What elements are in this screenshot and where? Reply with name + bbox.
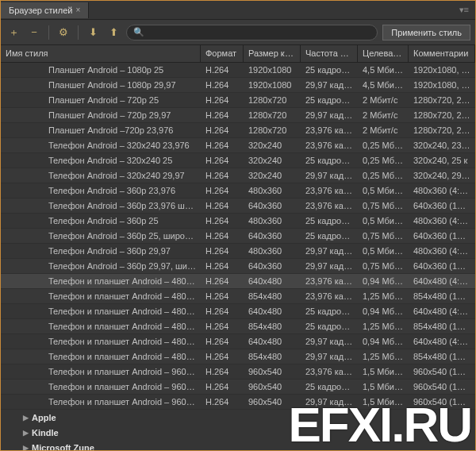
table-row[interactable]: Телефон Android – 320x240 25H.264320x240… bbox=[1, 153, 475, 168]
apply-style-button[interactable]: Применить стиль bbox=[382, 25, 470, 40]
table-row[interactable]: Телефон Android – 360p 23,976H.264480x36… bbox=[1, 183, 475, 199]
cell-rate: 29,97 кадро... bbox=[301, 352, 358, 361]
cell-comm: 480x360 (4:3... bbox=[409, 216, 475, 226]
col-rate[interactable]: Частота кад... bbox=[301, 45, 358, 62]
table-row[interactable]: Телефон и планшет Android – 480p 23,9...… bbox=[1, 289, 475, 304]
table-row[interactable]: Телефон Android – 360p 23,976 широкоэ...… bbox=[1, 199, 475, 214]
cell-name: Планшет Android –720p 23,976 bbox=[1, 125, 201, 135]
category-apple[interactable]: ▶ Apple bbox=[1, 410, 475, 425]
cell-size: 640x360 bbox=[244, 261, 301, 271]
cell-rate: 29,97 кадро... bbox=[301, 397, 358, 407]
add-icon[interactable]: ＋ bbox=[6, 25, 21, 40]
cell-name: Планшет Android – 1080p 25 bbox=[1, 65, 201, 75]
col-size[interactable]: Размер кад... bbox=[244, 45, 301, 62]
cell-size: 640x360 bbox=[244, 201, 301, 210]
table-row[interactable]: Планшет Android –720p 23,976H.2641280x72… bbox=[1, 123, 475, 138]
cell-comm: 320x240, 23,9... bbox=[409, 141, 475, 150]
cell-comm: 640x360 (16:9... bbox=[409, 201, 475, 210]
category-kindle[interactable]: ▶ Kindle bbox=[1, 425, 475, 440]
cell-fmt: H.264 bbox=[201, 141, 244, 150]
table-row[interactable]: Телефон Android – 360p 25, широкоэкр...H… bbox=[1, 229, 475, 244]
table-row[interactable]: Телефон и планшет Android – 960x540 2...… bbox=[1, 364, 475, 380]
cell-bit: 1,25 Мбит/с bbox=[358, 322, 409, 331]
export-icon[interactable]: ⬆ bbox=[106, 25, 121, 40]
cell-comm: 1920x1080, 29... bbox=[409, 80, 475, 90]
cell-size: 320x240 bbox=[244, 171, 301, 180]
cell-bit: 1,25 Мбит/с bbox=[358, 352, 409, 361]
cell-size: 480x360 bbox=[244, 186, 301, 195]
panel-tab[interactable]: Браузер стилей × bbox=[1, 2, 89, 18]
cell-comm: 640x480 (4:3... bbox=[409, 276, 475, 286]
import-icon[interactable]: ⬇ bbox=[85, 25, 101, 40]
category-microsoft-zune[interactable]: ▶ Microsoft Zune bbox=[1, 440, 475, 450]
table-row[interactable]: Телефон Android – 360p 29,97H.264480x360… bbox=[1, 244, 475, 259]
table-row[interactable]: Телефон и планшет Android – 480p 29,9...… bbox=[1, 349, 475, 364]
cell-bit: 1,5 Мбит/с bbox=[358, 397, 409, 407]
cell-fmt: H.264 bbox=[201, 125, 244, 135]
col-comment[interactable]: Комментарии bbox=[409, 45, 475, 62]
cell-fmt: H.264 bbox=[201, 367, 244, 376]
cell-size: 960x540 bbox=[244, 367, 301, 376]
table-row[interactable]: Телефон и планшет Android – 480p 23,976H… bbox=[1, 274, 475, 289]
table-row[interactable]: Телефон и планшет Android – 480p 25,...H… bbox=[1, 319, 475, 334]
table-row[interactable]: Телефон и планшет Android – 480p 25H.264… bbox=[1, 304, 475, 319]
cell-rate: 25 кадров/... bbox=[301, 216, 358, 226]
table-row[interactable]: Планшет Android – 720p 25H.2641280x72025… bbox=[1, 93, 475, 108]
cell-size: 480x360 bbox=[244, 216, 301, 226]
cell-comm: 480x360 (4:3... bbox=[409, 246, 475, 256]
search-input[interactable] bbox=[148, 28, 370, 37]
col-name[interactable]: Имя стиля bbox=[1, 45, 201, 62]
table-row[interactable]: Планшет Android – 1080p 25H.2641920x1080… bbox=[1, 63, 475, 78]
cell-bit: 4,5 Мбит/с bbox=[358, 65, 409, 75]
table-row[interactable]: Телефон Android – 320x240 23,976H.264320… bbox=[1, 138, 475, 153]
expand-icon: ▶ bbox=[23, 414, 29, 422]
delete-icon[interactable]: − bbox=[26, 25, 42, 40]
panel-menu-icon[interactable]: ▾≡ bbox=[453, 5, 475, 15]
settings-icon[interactable]: ⚙ bbox=[56, 25, 71, 40]
cell-size: 640x480 bbox=[244, 306, 301, 316]
cell-rate: 29,97 кадро... bbox=[301, 246, 358, 256]
table-row[interactable]: Планшет Android – 720p 29,97H.2641280x72… bbox=[1, 108, 475, 123]
table-row[interactable]: Телефон и планшет Android – 480p 29,97H.… bbox=[1, 334, 475, 349]
table-row[interactable]: Телефон и планшет Android – 960x540 2...… bbox=[1, 380, 475, 395]
cell-rate: 25 кадров/... bbox=[301, 156, 358, 165]
cell-name: Телефон и планшет Android – 480p 23,9... bbox=[1, 291, 201, 301]
cell-fmt: H.264 bbox=[201, 110, 244, 120]
cell-name: Планшет Android – 1080p 29,97 bbox=[1, 80, 201, 90]
table-row[interactable]: Телефон и планшет Android – 960x540 2...… bbox=[1, 395, 475, 410]
table-row[interactable]: Телефон Android – 360p 25H.264480x36025 … bbox=[1, 214, 475, 229]
table-row[interactable]: Телефон Android – 320x240 29,97H.264320x… bbox=[1, 168, 475, 183]
close-icon[interactable]: × bbox=[75, 6, 80, 14]
cell-rate: 29,97 кадро... bbox=[301, 337, 358, 346]
cell-bit: 0,25 Мбит/с bbox=[358, 156, 409, 165]
cell-fmt: H.264 bbox=[201, 246, 244, 256]
cell-size: 1280x720 bbox=[244, 125, 301, 135]
cell-bit: 0,5 Мбит/с bbox=[358, 186, 409, 195]
cell-bit: 0,25 Мбит/с bbox=[358, 141, 409, 150]
tab-title: Браузер стилей bbox=[9, 6, 72, 15]
cell-rate: 25 кадров/... bbox=[301, 322, 358, 331]
search-box[interactable]: 🔍 bbox=[126, 25, 378, 40]
cell-rate: 23,976 кад... bbox=[301, 367, 358, 376]
cell-fmt: H.264 bbox=[201, 306, 244, 316]
cell-rate: 29,97 кадро... bbox=[301, 110, 358, 120]
cell-bit: 0,94 Мбит/с bbox=[358, 306, 409, 316]
table-row[interactable]: Телефон Android – 360p 29,97, широкоэк..… bbox=[1, 259, 475, 274]
col-bitrate[interactable]: Целевая ч... bbox=[358, 45, 409, 62]
cell-size: 640x480 bbox=[244, 337, 301, 346]
cell-comm: 854x480 (16:9... bbox=[409, 322, 475, 331]
search-icon: 🔍 bbox=[133, 27, 144, 37]
table-row[interactable]: Планшет Android – 1080p 29,97H.2641920x1… bbox=[1, 78, 475, 93]
cell-rate: 29,97 кадро... bbox=[301, 261, 358, 271]
cell-fmt: H.264 bbox=[201, 186, 244, 195]
cell-name: Телефон и планшет Android – 960x540 2... bbox=[1, 367, 201, 376]
cell-name: Планшет Android – 720p 29,97 bbox=[1, 110, 201, 120]
cell-comm: 320x240, 25 к bbox=[409, 156, 475, 165]
cell-size: 320x240 bbox=[244, 156, 301, 165]
cell-name: Телефон Android – 360p 29,97 bbox=[1, 246, 201, 256]
cell-bit: 2 Мбит/с bbox=[358, 95, 409, 105]
cell-bit: 0,75 Мбит/с bbox=[358, 261, 409, 271]
cell-comm: 1280x720, 29... bbox=[409, 110, 475, 120]
divider bbox=[78, 25, 79, 40]
col-format[interactable]: Формат bbox=[201, 45, 244, 62]
